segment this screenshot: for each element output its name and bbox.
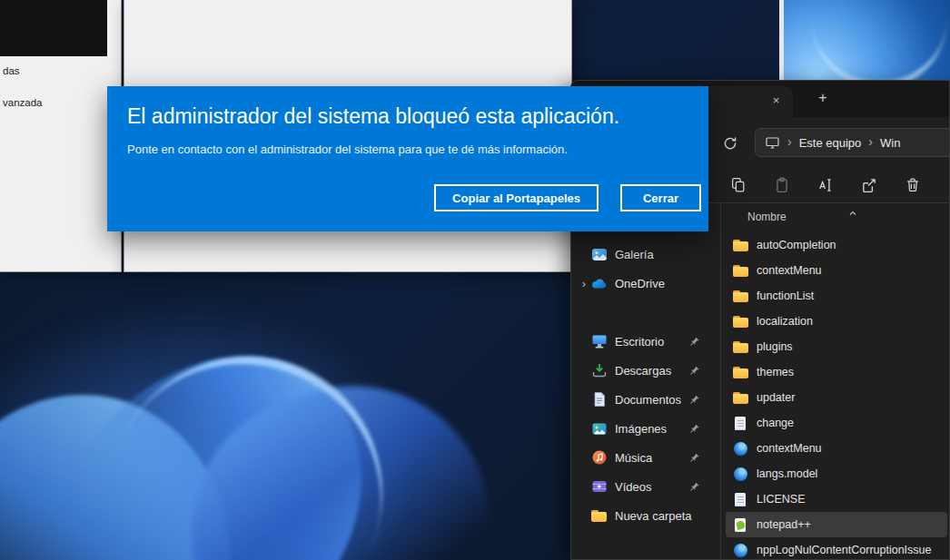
file-row[interactable]: autoCompletion (726, 232, 947, 258)
file-name: nppLogNulContentCorruptionIssue (757, 544, 932, 556)
gallery-icon (591, 246, 609, 262)
close-tab-icon[interactable]: × (768, 93, 784, 109)
folder-icon (591, 507, 609, 524)
downloads-folder-icon (591, 362, 609, 378)
breadcrumb-this-pc[interactable]: Este equipo (799, 136, 862, 150)
pin-icon (689, 365, 700, 376)
file-name: plugins (757, 340, 793, 353)
window-header-image (0, 0, 107, 56)
copy-icon[interactable] (727, 174, 749, 196)
file-row[interactable]: plugins (726, 334, 947, 359)
breadcrumb-drive[interactable]: Win (880, 136, 900, 150)
new-tab-button[interactable]: + (815, 90, 831, 106)
file-name: autoCompletion (757, 239, 836, 251)
file-name: themes (757, 366, 794, 378)
share-icon[interactable] (858, 174, 880, 196)
sidebar-item-imagenes[interactable]: Imágenes (577, 415, 715, 442)
dialog-title: El administrador del sistema bloqueó est… (127, 104, 619, 129)
refresh-icon[interactable] (722, 135, 738, 152)
sidebar-item-nueva-carpeta[interactable]: Nueva carpeta (577, 502, 715, 529)
pane-divider (720, 203, 721, 559)
pin-icon (689, 394, 700, 405)
file-row[interactable]: updater (726, 385, 947, 410)
music-folder-icon (591, 449, 609, 466)
file-row[interactable]: contextMenu (726, 436, 947, 461)
file-row[interactable]: LICENSE (726, 486, 947, 512)
file-name: notepad++ (757, 518, 811, 531)
file-name: functionList (757, 290, 814, 302)
folder-icon (733, 264, 748, 278)
file-row[interactable]: functionList (726, 283, 947, 309)
onedrive-icon (591, 275, 609, 291)
sidebar-item-documentos[interactable]: Documentos (577, 386, 715, 413)
file-name: updater (757, 391, 795, 404)
paste-icon[interactable] (771, 174, 793, 196)
videos-folder-icon (591, 478, 609, 495)
smartscreen-dialog: El administrador del sistema bloqueó est… (107, 86, 708, 231)
file-name: contextMenu (757, 264, 822, 277)
document-icon (733, 493, 748, 506)
rename-icon[interactable] (815, 174, 836, 196)
sidebar-item-escritorio[interactable]: Escritorio (577, 328, 715, 355)
file-row[interactable]: localization (726, 309, 947, 334)
file-row[interactable]: themes (726, 359, 947, 385)
pictures-folder-icon (591, 420, 609, 437)
folder-icon (733, 391, 748, 405)
this-pc-icon (765, 135, 780, 150)
document-icon (733, 417, 748, 430)
folder-icon (733, 239, 748, 252)
folder-icon (733, 290, 748, 303)
sidebar-item-videos[interactable]: Vídeos (577, 473, 715, 500)
folder-icon (733, 315, 748, 329)
background-window-left: das vanzada (0, 0, 122, 272)
sidebar-item-galeria[interactable]: Galería (577, 241, 715, 268)
sidebar-item-descargas[interactable]: Descargas (577, 357, 715, 384)
folder-icon (733, 366, 748, 379)
pin-icon (689, 423, 700, 434)
file-name: localization (757, 315, 813, 328)
file-name: langs.model (757, 467, 817, 480)
xml-file-icon (733, 467, 748, 481)
file-row-selected[interactable]: notepad++ (726, 512, 947, 537)
dialog-buttons: Copiar al Portapapeles Cerrar (434, 184, 701, 211)
file-name: change (757, 417, 794, 429)
copy-to-clipboard-button[interactable]: Copiar al Portapapeles (434, 184, 599, 211)
xml-file-icon (733, 544, 748, 557)
file-name: LICENSE (757, 493, 806, 506)
file-row[interactable]: langs.model (726, 461, 947, 486)
file-list: autoCompletion contextMenu functionList … (726, 232, 947, 560)
desktop-folder-icon (591, 333, 609, 349)
pin-icon (689, 481, 700, 492)
folder-icon (733, 340, 748, 354)
close-button[interactable]: Cerrar (620, 184, 701, 211)
sort-ascending-icon (848, 210, 857, 217)
chevron-right-icon: › (868, 134, 873, 149)
text-fragment: vanzada (3, 97, 42, 108)
pin-icon (689, 452, 700, 463)
pin-icon (689, 336, 700, 347)
text-fragment: das (3, 65, 20, 76)
sidebar-item-musica[interactable]: Música (577, 444, 715, 471)
chevron-right-icon: › (787, 134, 792, 149)
file-row[interactable]: nppLogNulContentCorruptionIssue (726, 537, 947, 560)
background-window-fragment (779, 0, 950, 80)
desktop: das vanzada × + › Este equipo › Win (0, 0, 950, 560)
file-name: contextMenu (757, 442, 822, 455)
xml-file-icon (733, 442, 748, 456)
documents-folder-icon (591, 391, 609, 408)
expand-chevron-icon[interactable]: › (577, 277, 591, 290)
file-row[interactable]: change (726, 410, 947, 436)
column-header-name[interactable]: Nombre (726, 208, 949, 230)
file-row[interactable]: contextMenu (726, 258, 947, 283)
notepadpp-icon (733, 518, 748, 532)
sidebar-item-onedrive[interactable]: › OneDrive (577, 270, 715, 297)
dialog-subtitle: Ponte en contacto con el administrador d… (127, 142, 568, 156)
breadcrumb[interactable]: › Este equipo › Win (755, 128, 950, 157)
delete-icon[interactable] (902, 174, 924, 196)
